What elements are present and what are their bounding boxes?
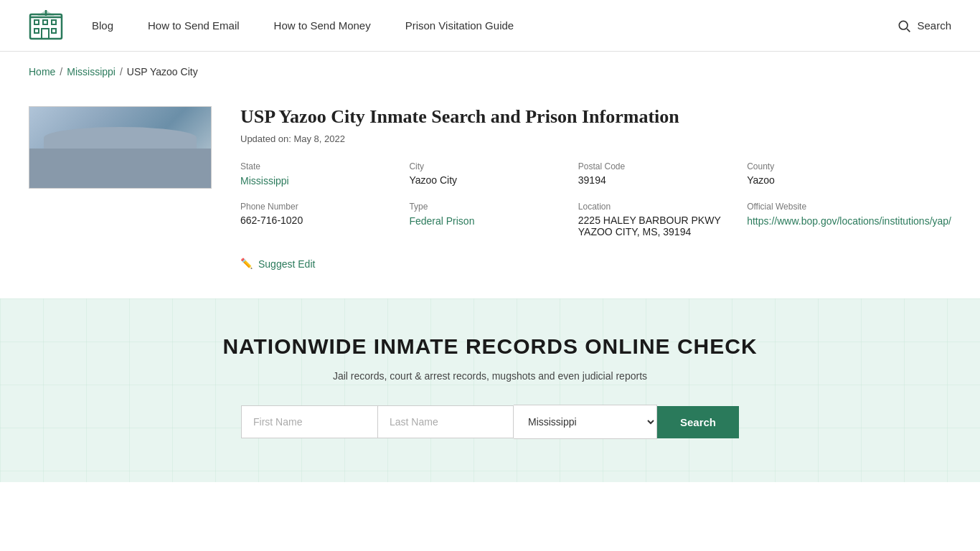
county-value: Yazoo (747, 174, 951, 186)
website-cell: Official Website https://www.bop.gov/loc… (747, 202, 951, 237)
svg-rect-6 (42, 29, 49, 39)
state-value[interactable]: Mississippi (240, 175, 289, 187)
last-name-input[interactable] (377, 405, 514, 438)
nav-prison-guide[interactable]: Prison Visitation Guide (405, 19, 514, 32)
postal-value: 39194 (578, 174, 735, 186)
search-button[interactable]: Search (657, 406, 739, 438)
county-label: County (747, 161, 951, 171)
prison-image (29, 106, 212, 189)
phone-value: 662-716-1020 (240, 215, 397, 226)
records-subtitle: Jail records, court & arrest records, mu… (29, 370, 951, 382)
location-label: Location (578, 202, 735, 212)
svg-rect-5 (52, 29, 56, 33)
website-value[interactable]: https://www.bop.gov/locations/institutio… (747, 215, 951, 227)
prison-title: USP Yazoo City Inmate Search and Prison … (240, 106, 951, 128)
city-label: City (409, 161, 566, 171)
county-cell: County Yazoo (747, 161, 951, 187)
svg-rect-4 (34, 29, 39, 33)
site-header: Blog How to Send Email How to Send Money… (0, 0, 980, 52)
postal-cell: Postal Code 39194 (578, 161, 735, 187)
prison-updated: Updated on: May 8, 2022 (240, 133, 951, 144)
svg-rect-1 (34, 20, 39, 24)
phone-cell: Phone Number 662-716-1020 (240, 202, 397, 237)
breadcrumb-sep1: / (60, 66, 62, 77)
first-name-input[interactable] (241, 405, 377, 438)
breadcrumb-sep2: / (120, 66, 123, 77)
main-nav: Blog How to Send Email How to Send Money… (92, 19, 897, 32)
svg-rect-2 (43, 20, 47, 24)
suggest-edit-link[interactable]: Suggest Edit (258, 258, 315, 270)
postal-label: Postal Code (578, 161, 735, 171)
records-title: NATIONWIDE INMATE RECORDS ONLINE CHECK (29, 334, 951, 359)
prison-details: USP Yazoo City Inmate Search and Prison … (240, 106, 951, 270)
site-logo[interactable] (29, 9, 63, 43)
svg-line-11 (908, 29, 910, 32)
pencil-icon: ✏️ (240, 258, 253, 270)
state-select[interactable]: AlabamaAlaskaArizonaArkansasCaliforniaCo… (514, 405, 657, 439)
nav-send-email[interactable]: How to Send Email (148, 19, 240, 32)
breadcrumb-state[interactable]: Mississippi (67, 66, 116, 77)
state-label: State (240, 161, 397, 171)
state-cell: State Mississippi (240, 161, 397, 187)
header-search[interactable]: Search (897, 19, 951, 33)
search-icon (897, 19, 911, 33)
phone-label: Phone Number (240, 202, 397, 212)
breadcrumb-current: USP Yazoo City (127, 66, 198, 77)
type-label: Type (409, 202, 566, 212)
breadcrumb-home[interactable]: Home (29, 66, 55, 77)
location-cell: Location 2225 HALEY BARBOUR PKWY YAZOO C… (578, 202, 735, 237)
records-section: NATIONWIDE INMATE RECORDS ONLINE CHECK J… (0, 298, 980, 482)
info-grid: State Mississippi City Yazoo City Postal… (240, 161, 951, 237)
type-value[interactable]: Federal Prison (409, 215, 474, 227)
main-content: USP Yazoo City Inmate Search and Prison … (0, 92, 980, 298)
city-value: Yazoo City (409, 174, 566, 186)
suggest-edit-section: ✏️ Suggest Edit (240, 258, 951, 270)
svg-rect-3 (52, 20, 56, 24)
website-label: Official Website (747, 202, 951, 212)
nav-blog[interactable]: Blog (92, 19, 113, 32)
search-label: Search (917, 19, 951, 32)
nav-send-money[interactable]: How to Send Money (274, 19, 371, 32)
location-value: 2225 HALEY BARBOUR PKWY YAZOO CITY, MS, … (578, 215, 735, 237)
svg-marker-9 (37, 10, 55, 16)
inmate-search-form: AlabamaAlaskaArizonaArkansasCaliforniaCo… (217, 405, 763, 439)
city-cell: City Yazoo City (409, 161, 566, 187)
breadcrumb: Home / Mississippi / USP Yazoo City (0, 52, 980, 92)
svg-point-10 (900, 21, 908, 29)
type-cell: Type Federal Prison (409, 202, 566, 237)
